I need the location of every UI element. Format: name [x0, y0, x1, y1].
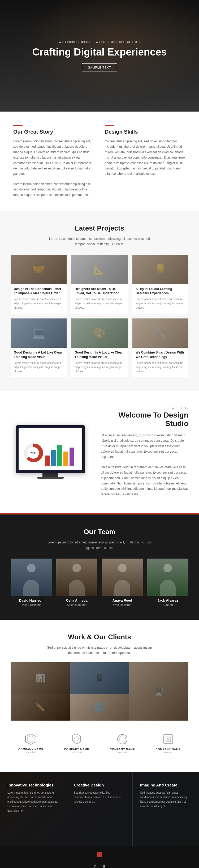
- person-silhouette-2: [56, 559, 98, 596]
- bottom-col-text-1: Lorem ipsum dolor sit amet, consectetur …: [7, 790, 59, 813]
- client-logo-svg-1: [24, 733, 37, 746]
- person-silhouette-1: [11, 559, 52, 596]
- svg-text:76%: 76%: [30, 452, 36, 455]
- client-item-4: COMPANY NAME some text: [148, 733, 189, 753]
- svg-marker-9: [27, 736, 34, 743]
- bottom-section: Innovative Technologies Lorem ipsum dolo…: [0, 772, 199, 846]
- project-title-1: Design Is The Conscious Effort To Impose…: [14, 287, 63, 296]
- team-section: Our Team Lorem ipsum dolor sit amet, con…: [0, 515, 199, 620]
- svg-marker-8: [26, 734, 36, 744]
- project-card-5[interactable]: 🎨 Good Design Is A Lot Like Clear Thinki…: [71, 318, 127, 377]
- bottom-col-2: Creative Design Sed rhoncus egestas feli…: [66, 772, 133, 846]
- bar-chart: [44, 442, 78, 466]
- svg-rect-3: [45, 456, 50, 466]
- project-card-1[interactable]: 🤝 Design Is The Conscious Effort To Impo…: [11, 255, 67, 314]
- monitor-wrap: 76%: [16, 425, 85, 478]
- red-accent-line: [13, 125, 23, 126]
- project-card-4[interactable]: 💻 Good Design Is A Lot Like Clear Thinki…: [11, 318, 67, 377]
- work-gallery-img-2: 📱: [70, 662, 129, 694]
- svg-rect-6: [63, 452, 68, 466]
- svg-marker-11: [119, 735, 126, 742]
- team-role-2: Sales Manager: [56, 603, 98, 607]
- svg-rect-4: [51, 450, 56, 466]
- project-card-3[interactable]: 💡 A Digital Studio Crafting Beautiful Ex…: [132, 255, 188, 314]
- project-img-icon-4: 💻: [32, 327, 45, 339]
- work-gallery-img-3: 🖥️: [129, 662, 188, 721]
- skills-text: Consectetur adipiscing elit, sed do eius…: [105, 138, 186, 177]
- team-name-1: David Harrison: [11, 598, 52, 602]
- project-info-5: Good Design Is A Lot Like Clear Thinking…: [71, 348, 127, 377]
- footer-logo-row: [11, 852, 188, 860]
- project-card-2[interactable]: 📐 Designers Are Meant To Be Loved, Not T…: [71, 255, 127, 314]
- project-card-6[interactable]: 🔧 We Combine Smart Design With We Craft …: [132, 318, 188, 377]
- project-title-5: Good Design Is A Lot Like Clear Thinking…: [74, 350, 124, 360]
- social-google[interactable]: g: [101, 863, 107, 868]
- project-img-2: 📐: [71, 255, 127, 284]
- team-photo-3: [102, 559, 143, 596]
- hero-button[interactable]: SAMPLE TEXT: [82, 63, 117, 71]
- person-head-2: [72, 564, 81, 572]
- project-img-icon-6: 🔧: [154, 327, 167, 339]
- project-title-6: We Combine Smart Design With We Craft Te…: [136, 350, 185, 360]
- hero-title: Crafting Digital Experiences: [32, 46, 167, 58]
- wg-icon-1: 📊: [35, 673, 45, 683]
- social-twitter[interactable]: y: [92, 863, 98, 868]
- client-sub-4: some text: [148, 751, 189, 753]
- client-item-1: COMPANY NAME some text: [11, 733, 51, 753]
- svg-rect-14: [167, 738, 169, 740]
- client-sub-1: some text: [11, 751, 51, 753]
- footer: f y g in Sample footer text: [0, 846, 199, 868]
- svg-rect-7: [69, 447, 74, 466]
- team-name-3: Anaya Reed: [102, 598, 143, 602]
- clients-row: COMPANY NAME some text COMPANY NAME some…: [11, 727, 188, 759]
- social-linkedin[interactable]: in: [110, 863, 116, 868]
- project-desc-1: Lorem ipsum dolor sit amet, consectetur …: [14, 297, 63, 310]
- project-img-icon-3: 💡: [154, 263, 167, 276]
- about-text2: Duis aute irure dolor in reprehem dent i…: [101, 465, 188, 497]
- project-img-icon-1: 🤝: [32, 263, 45, 276]
- project-img-icon-5: 🎨: [93, 327, 106, 339]
- bottom-col-text-3: Sed rhoncus egestas felis. amet condimen…: [140, 790, 192, 808]
- project-title-2: Designers Are Meant To Be Loved, Not To …: [74, 287, 124, 296]
- project-img-3: 💡: [132, 255, 188, 284]
- client-name-2: COMPANY NAME: [57, 748, 97, 751]
- work-header: Work & Our Clients Sed ut perspiciatis u…: [11, 633, 188, 656]
- hero-section: we combine design, Working and digital c…: [0, 0, 199, 112]
- team-member-2: Celia Almeda Sales Manager: [56, 559, 98, 607]
- social-facebook[interactable]: f: [83, 863, 89, 868]
- project-desc-6: Lorem ipsum dolor sit amet, consectetur …: [136, 361, 185, 374]
- project-info-4: Good Design Is A Lot Like Clear Thinking…: [11, 348, 67, 377]
- wg-icon-5: 🌐: [95, 703, 104, 712]
- project-img-6: 🔧: [132, 318, 188, 348]
- project-info-1: Design Is The Conscious Effort To Impose…: [11, 284, 67, 314]
- person-silhouette-4: [147, 559, 189, 596]
- projects-header: Latest Projects Lorem ipsum dolor sit am…: [11, 224, 188, 247]
- story-skills-section: Our Great Story Lorem ipsum dolor sit am…: [0, 112, 199, 211]
- client-logo-svg-3: [116, 733, 129, 746]
- monitor-screen: 76%: [19, 428, 82, 470]
- project-img-1: 🤝: [11, 255, 67, 284]
- person-silhouette-3: [102, 559, 143, 596]
- client-sub-3: some text: [102, 751, 143, 753]
- monitor-box: 76%: [16, 425, 85, 473]
- team-name-2: Celia Almeda: [56, 598, 98, 602]
- person-body-4: [160, 580, 176, 596]
- team-name-4: Jack Alvarez: [147, 598, 189, 602]
- project-info-3: A Digital Studio Crafting Beautiful Expe…: [132, 284, 188, 314]
- person-head-3: [118, 564, 127, 572]
- project-img-icon-2: 📐: [93, 263, 106, 276]
- about-section: 76% About Us: [0, 391, 199, 513]
- team-role-3: Web Designer: [102, 603, 143, 607]
- work-gallery-img-1: 📊: [11, 662, 70, 694]
- client-name-3: COMPANY NAME: [102, 748, 143, 751]
- footer-logo-icon: [97, 852, 102, 857]
- wg-icon-3: 🖥️: [154, 687, 164, 696]
- social-icons: f y g in: [11, 863, 188, 868]
- person-body-2: [69, 580, 85, 596]
- team-header: Our Team Lorem ipsum dolor sit amet, con…: [11, 528, 188, 551]
- about-label: About Us: [101, 407, 188, 410]
- client-logo-1: [24, 733, 37, 746]
- client-sub-2: some text: [57, 751, 97, 753]
- projects-grid: 🤝 Design Is The Conscious Effort To Impo…: [11, 255, 188, 377]
- monitor-stand: [42, 473, 58, 477]
